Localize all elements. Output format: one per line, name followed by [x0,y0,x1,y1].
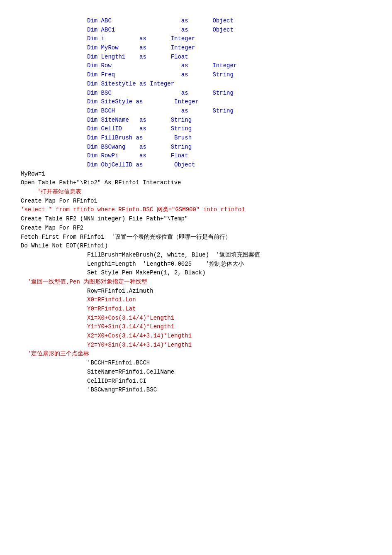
code-line: Y1=Y0+Sin(3.14/4)*Length1 [21,323,384,332]
code-line: Do While Not EOT(RFinfo1) [21,242,384,251]
code-line: Dim ObjCellID as Object [21,161,384,170]
code-line: Dim MyRow as Integer [21,44,384,53]
code-line: Y2=Y0+Sin(3.14/4+3.14)*Length1 [21,341,384,350]
code-line: CellID=RFinfo1.CI [21,377,384,386]
code-line: Dim i as Integer [21,34,384,44]
code-line: Dim SiteName as String [21,116,384,125]
code-line: Y0=RFinfo1.Lat [21,305,384,314]
code-line: Dim ABC1 as Object [21,26,384,35]
code-line: SiteName=RFinfo1.CellName [21,368,384,377]
code-line: Length1=Length 'Length=0.0025 '控制总体大小 [21,260,384,269]
code-line: Dim ABC as Object [21,17,384,26]
code-block: Dim ABC as ObjectDim ABC1 as ObjectDim i… [8,17,384,395]
code-line: '定位扇形的三个点坐标 [21,350,384,359]
code-line: FillBrush=MakeBrush(2, white, Blue) '返回填… [21,251,384,260]
code-line: Set Style Pen MakePen(1, 2, Black) [21,269,384,278]
code-line: Dim BSC as String [21,89,384,98]
code-line: X2=X0+Cos(3.14/4+3.14)*Length1 [21,332,384,341]
code-line: X0=RFinfo1.Lon [21,296,384,305]
code-line: Dim FillBrush as Brush [21,134,384,143]
code-line: '打开基站信息表 [21,188,384,197]
code-line: Dim Sitestytle as Integer [21,80,384,89]
code-line: Dim CellID as String [21,125,384,134]
code-line: Open Table Path+"\Rio2" As RFinfo1 Inter… [21,178,384,188]
code-line: 'BSCwang=RFinfo1.BSC [21,386,384,395]
code-line: Dim Row as Integer [21,61,384,71]
code-line: Create Map For RFinfo1 [21,197,384,206]
code-line: Create Map For RF2 [21,224,384,233]
code-line: Fetch First From RFinfo1 '设置一个表的光标位置（即哪一… [21,233,384,242]
code-line: Dim RowPi as Float [21,152,384,161]
code-line: Dim BCCH as String [21,107,384,116]
code-line: Create Table RF2 (NNN integer) File Path… [21,215,384,224]
code-line: Dim BSCwang as String [21,143,384,152]
code-line: 'select * from rfinfo where RFinfo.BSC 网… [21,205,384,215]
code-line: Dim SiteStyle as Integer [21,98,384,107]
code-line: '返回一线型值,Pen 为图形对象指定一种线型 [21,278,384,287]
code-line: Dim Freq as String [21,71,384,80]
code-line: Row=RFinfo1.Azimuth [21,287,384,296]
code-line: X1=X0+Cos(3.14/4)*Length1 [21,314,384,323]
code-line: MyRow=1 [21,170,384,179]
code-line: 'BCCH=RFinfo1.BCCH [21,359,384,368]
code-line: Dim Length1 as Float [21,53,384,62]
